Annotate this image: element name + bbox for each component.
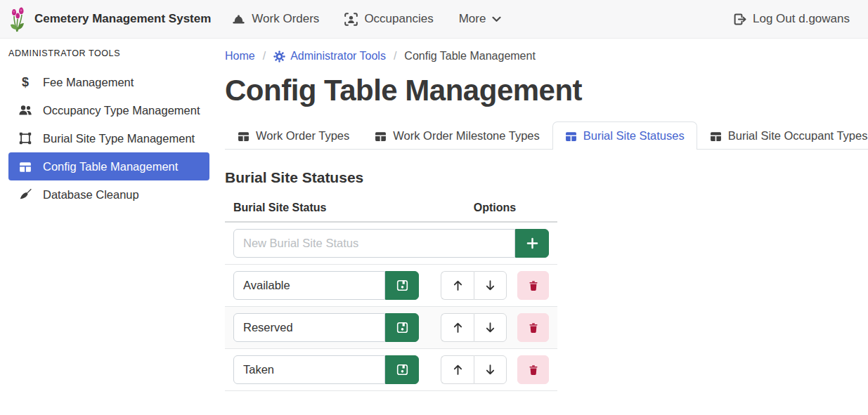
chevron-down-icon xyxy=(492,16,501,22)
tab-work-order-milestone-types[interactable]: Work Order Milestone Types xyxy=(362,121,552,150)
save-status-button[interactable] xyxy=(385,355,419,384)
sidebar-item-fee-management[interactable]: $ Fee Management xyxy=(8,68,209,96)
top-navbar: Cemetery Management System Work Orders xyxy=(0,0,868,39)
nav-label: More xyxy=(459,12,486,26)
navbar-links: Work Orders Occupancies xyxy=(232,12,501,26)
sidebar-item-database-cleanup[interactable]: Database Cleanup xyxy=(8,180,209,209)
tab-label: Work Order Types xyxy=(256,129,349,143)
nav-item-occupancies[interactable]: Occupancies xyxy=(344,12,433,26)
sidebar-item-label: Fee Management xyxy=(43,76,134,89)
tab-label: Work Order Milestone Types xyxy=(393,129,539,143)
sidebar-item-label: Database Cleanup xyxy=(43,188,139,202)
status-row-available xyxy=(225,265,557,307)
table-icon xyxy=(375,131,387,142)
breadcrumb-separator: / xyxy=(394,50,396,62)
trash-icon xyxy=(528,280,539,291)
table-icon xyxy=(238,131,250,142)
nav-item-more[interactable]: More xyxy=(459,12,502,26)
sidebar-item-label: Occupancy Type Management xyxy=(43,104,200,117)
trash-icon xyxy=(528,364,539,376)
hard-hat-icon xyxy=(232,13,245,26)
logout-link[interactable]: Log Out d.gowans xyxy=(733,12,850,26)
sidebar-item-label: Config Table Management xyxy=(43,160,178,173)
tab-burial-site-statuses[interactable]: Burial Site Statuses xyxy=(552,121,697,150)
sidebar-item-label: Burial Site Type Management xyxy=(43,132,195,145)
delete-status-button[interactable] xyxy=(517,271,549,300)
column-header-options: Options xyxy=(432,196,557,222)
sidebar-item-burial-site-type-management[interactable]: Burial Site Type Management xyxy=(8,124,209,152)
save-status-button[interactable] xyxy=(385,271,419,300)
tab-label: Burial Site Occupant Types xyxy=(728,129,868,143)
breadcrumb-label: Home xyxy=(225,50,255,62)
main-content: Home / xyxy=(218,39,868,415)
gear-icon xyxy=(273,51,285,62)
logout-icon xyxy=(733,13,746,26)
move-down-button[interactable] xyxy=(474,271,507,300)
table-icon xyxy=(565,131,577,142)
bounding-box-icon xyxy=(18,132,33,145)
status-row-reserved xyxy=(225,307,557,349)
table-icon xyxy=(18,161,33,173)
nav-label: Occupancies xyxy=(364,12,433,26)
burial-site-status-table: Burial Site Status Options xyxy=(225,196,557,391)
status-input[interactable] xyxy=(233,355,385,384)
move-up-button[interactable] xyxy=(441,355,474,384)
nav-item-work-orders[interactable]: Work Orders xyxy=(232,12,319,26)
sidebar-heading: ADMINISTRATOR TOOLS xyxy=(0,43,218,68)
move-up-button[interactable] xyxy=(441,271,474,300)
breadcrumb-label: Administrator Tools xyxy=(290,50,386,62)
column-header-status: Burial Site Status xyxy=(225,196,432,222)
table-icon xyxy=(710,131,722,142)
move-up-button[interactable] xyxy=(441,313,474,342)
breadcrumb-current: Config Table Management xyxy=(404,50,536,62)
move-down-button[interactable] xyxy=(474,313,507,342)
reorder-group xyxy=(441,313,507,342)
reorder-group xyxy=(441,355,507,384)
arrow-down-icon xyxy=(484,322,496,334)
arrow-up-icon xyxy=(452,322,464,334)
delete-status-button[interactable] xyxy=(517,313,549,342)
breadcrumb-home-link[interactable]: Home xyxy=(225,50,255,62)
new-status-input[interactable] xyxy=(233,229,515,258)
tab-work-order-types[interactable]: Work Order Types xyxy=(225,121,362,150)
delete-status-button[interactable] xyxy=(517,355,549,384)
trash-icon xyxy=(528,322,539,334)
arrow-up-icon xyxy=(452,279,464,291)
broom-icon xyxy=(18,188,33,201)
breadcrumb-separator: / xyxy=(263,50,266,62)
logout-label: Log Out d.gowans xyxy=(753,12,850,26)
save-icon xyxy=(396,364,408,376)
move-down-button[interactable] xyxy=(474,355,507,384)
tulip-logo-icon xyxy=(8,6,27,32)
tab-label: Burial Site Statuses xyxy=(583,129,685,143)
arrow-down-icon xyxy=(484,279,496,291)
app-title: Cemetery Management System xyxy=(34,12,211,26)
sidebar-item-config-table-management[interactable]: Config Table Management xyxy=(8,152,209,180)
person-bounding-box-icon xyxy=(344,13,358,26)
sidebar: ADMINISTRATOR TOOLS $ Fee Management Occ… xyxy=(0,39,218,415)
save-icon xyxy=(396,279,408,291)
config-tabs: Work Order Types Work Order Milestone Ty… xyxy=(225,121,868,150)
arrow-down-icon xyxy=(484,364,496,376)
tab-burial-site-occupant-types[interactable]: Burial Site Occupant Types xyxy=(697,121,868,150)
nav-label: Work Orders xyxy=(252,12,319,26)
section-heading: Burial Site Statuses xyxy=(225,169,868,186)
status-input[interactable] xyxy=(233,313,385,342)
breadcrumb: Home / xyxy=(225,50,868,62)
plus-icon xyxy=(526,237,538,249)
status-input[interactable] xyxy=(233,271,385,300)
reorder-group xyxy=(441,271,507,300)
page-title: Config Table Management xyxy=(225,74,868,107)
breadcrumb-admin-tools-link[interactable]: Administrator Tools xyxy=(273,50,386,62)
dollar-icon: $ xyxy=(18,76,33,88)
save-status-button[interactable] xyxy=(385,313,419,342)
status-row-taken xyxy=(225,349,557,391)
brand-home-link[interactable]: Cemetery Management System xyxy=(8,6,211,32)
new-status-row xyxy=(225,222,557,265)
arrow-up-icon xyxy=(452,364,464,376)
save-icon xyxy=(396,322,408,334)
people-icon xyxy=(18,104,33,117)
add-status-button[interactable] xyxy=(515,229,549,258)
sidebar-item-occupancy-type-management[interactable]: Occupancy Type Management xyxy=(8,96,209,124)
